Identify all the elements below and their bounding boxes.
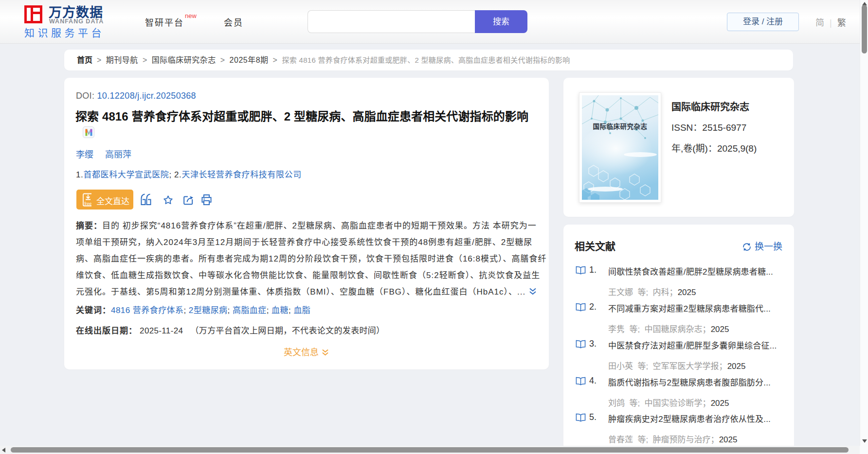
- svg-text:free: free: [85, 201, 92, 206]
